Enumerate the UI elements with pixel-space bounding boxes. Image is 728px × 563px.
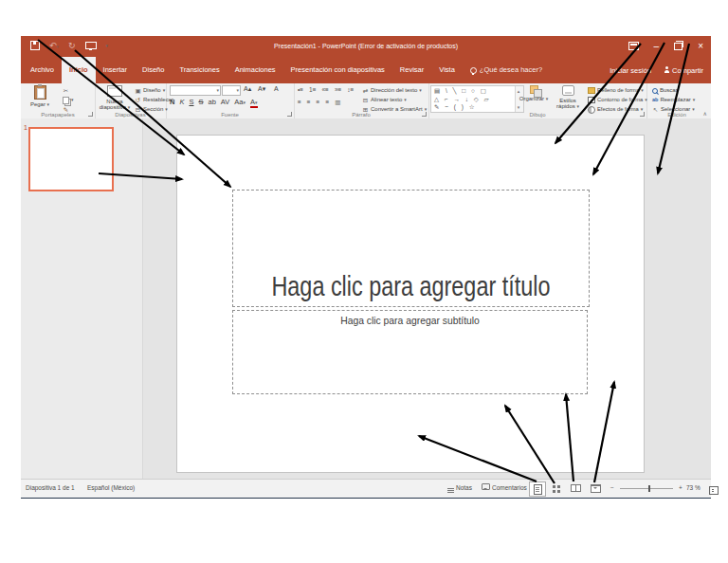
indent-icon[interactable]: »≡ xyxy=(335,86,341,93)
shapes-scroll-down-icon[interactable]: ▾ xyxy=(518,103,522,112)
font-size-combo[interactable] xyxy=(222,85,241,96)
tab-vista[interactable]: Vista xyxy=(431,57,463,83)
font-name-combo[interactable] xyxy=(170,85,221,96)
align-center-icon[interactable]: ≡ xyxy=(307,99,311,106)
start-slideshow-icon[interactable] xyxy=(85,42,97,49)
shapes-gallery[interactable]: ▤ \ ╲ □ ○ ▢ △ ⌐ → ↓ ◇ ▱ ✎ ~ ( ) ☆ ▴ ▾ xyxy=(430,85,524,113)
zoom-level[interactable]: 73 % xyxy=(686,480,701,497)
restore-button[interactable] xyxy=(674,43,682,50)
align-text-button[interactable]: ⊟Alinear texto▾ xyxy=(362,96,427,104)
line-spacing-icon[interactable]: ↕≡ xyxy=(347,86,354,93)
bullets-icon[interactable]: •≡ xyxy=(298,86,303,93)
slide-thumbnail-pane[interactable]: 1 xyxy=(21,118,143,479)
tell-me-box[interactable]: ¿Qué desea hacer? xyxy=(463,57,550,83)
language-indicator[interactable]: Español (México) xyxy=(87,480,135,497)
underline-button[interactable]: S xyxy=(189,98,193,106)
slide-thumbnail[interactable] xyxy=(28,127,114,191)
reset-icon: ↺ xyxy=(135,96,141,104)
customize-qat-icon[interactable]: ▾ xyxy=(106,43,109,48)
ribbon-display-options-icon[interactable] xyxy=(628,42,639,50)
numbering-icon[interactable]: 1≡ xyxy=(309,86,316,93)
shape-fill-icon xyxy=(588,87,595,94)
account-area: Iniciar sesión Compartir xyxy=(610,57,703,83)
copy-icon xyxy=(63,97,69,104)
tab-transiciones[interactable]: Transiciones xyxy=(172,57,227,83)
zoom-slider-thumb[interactable] xyxy=(648,485,650,492)
character-spacing-button[interactable]: AV xyxy=(221,98,229,106)
paragraph-row2: ≡ ≡ ≡ ≡ ▥ xyxy=(298,99,340,106)
arrange-icon xyxy=(530,85,538,94)
bold-button[interactable]: N xyxy=(170,98,174,106)
cut-button[interactable]: ✂ xyxy=(63,86,74,95)
grow-font-button[interactable]: A▴ xyxy=(244,85,251,93)
close-button[interactable]: × xyxy=(698,41,703,51)
group-label-parrafo: Párrafo xyxy=(294,112,428,118)
tab-diseno[interactable]: Diseño xyxy=(135,57,172,83)
reading-view-button[interactable] xyxy=(568,481,583,495)
dialog-launcher-dibujo[interactable] xyxy=(640,112,645,117)
new-slide-button[interactable]: Nueva diapositiva ▾ xyxy=(97,85,133,111)
group-label-fuente: Fuente xyxy=(166,112,294,118)
replace-button[interactable]: abReemplazar▾ xyxy=(652,96,695,104)
outdent-icon[interactable]: «≡ xyxy=(322,86,329,93)
copy-button[interactable]: ▾ xyxy=(63,96,74,104)
align-right-icon[interactable]: ≡ xyxy=(317,99,320,106)
group-diapositivas: Nueva diapositiva ▾ ▣Diseño▾ ↺Restablece… xyxy=(95,83,167,118)
shape-outline-button[interactable]: Contorno de forma▾ xyxy=(588,96,647,104)
fit-to-window-button[interactable] xyxy=(709,484,719,501)
minimize-button[interactable]: – xyxy=(654,41,660,51)
sign-in-link[interactable]: Iniciar sesión xyxy=(610,66,651,75)
tab-archivo[interactable]: Archivo xyxy=(23,57,62,83)
clear-formatting-button[interactable]: A xyxy=(274,85,279,92)
subtitle-placeholder[interactable]: Haga clic para agregar subtítulo xyxy=(232,310,588,394)
dialog-launcher-fuente[interactable] xyxy=(287,112,292,117)
title-placeholder-text: Haga clic para agregar título xyxy=(272,270,551,306)
notes-button[interactable]: Notas xyxy=(447,480,472,497)
slide-sorter-button[interactable] xyxy=(548,481,563,495)
tab-inicio[interactable]: Inicio xyxy=(62,57,96,83)
save-icon[interactable] xyxy=(30,41,40,50)
zoom-out-button[interactable]: − xyxy=(610,480,614,497)
comments-icon xyxy=(482,483,490,490)
align-left-icon[interactable]: ≡ xyxy=(298,99,301,106)
status-bar: Diapositiva 1 de 1 Español (México) Nota… xyxy=(21,479,711,498)
text-shadow-button[interactable]: ab xyxy=(208,98,215,106)
zoom-in-button[interactable]: + xyxy=(679,480,682,497)
tab-presentacion[interactable]: Presentación con diapositivas xyxy=(283,57,392,83)
shapes-row2: △ ⌐ → ↓ ◇ ▱ xyxy=(434,96,491,102)
find-button[interactable]: Buscar xyxy=(652,86,695,95)
tab-revisar[interactable]: Revisar xyxy=(392,57,431,83)
arrange-button[interactable]: Organizar ▾ xyxy=(518,85,550,101)
replace-icon: ab xyxy=(652,96,658,104)
slide-editing-canvas[interactable]: Haga clic para agregar título Haga clic … xyxy=(176,135,645,473)
undo-icon[interactable]: ↶▾ xyxy=(49,41,59,50)
tab-animaciones[interactable]: Animaciones xyxy=(228,57,283,83)
collapse-ribbon-icon[interactable]: ∧ xyxy=(703,110,707,117)
zoom-slider[interactable] xyxy=(620,488,673,489)
slide-counter[interactable]: Diapositiva 1 de 1 xyxy=(26,480,75,497)
fit-to-window-icon xyxy=(709,486,719,495)
justify-icon[interactable]: ≡ xyxy=(325,99,329,106)
group-portapapeles: Pegar ▾ ✂ ▾ ✎ Portapapeles xyxy=(21,83,96,118)
comments-button[interactable]: Comentarios xyxy=(482,480,527,497)
redo-icon[interactable]: ↻ xyxy=(68,41,76,50)
dialog-launcher-portapapeles[interactable] xyxy=(88,112,93,117)
subtitle-placeholder-text: Haga clic para agregar subtítulo xyxy=(340,311,480,326)
font-color-button[interactable]: A▾ xyxy=(250,99,258,108)
normal-view-button[interactable] xyxy=(529,481,546,497)
text-direction-button[interactable]: ⇄Dirección del texto▾ xyxy=(362,86,427,95)
quick-styles-button[interactable]: Estilos rápidos ▾ xyxy=(552,85,584,110)
strikethrough-button[interactable]: S xyxy=(198,98,203,106)
shrink-font-button[interactable]: A▾ xyxy=(258,85,265,93)
shape-fill-button[interactable]: Relleno de forma▾ xyxy=(588,86,647,95)
normal-view-icon xyxy=(534,484,542,495)
italic-button[interactable]: K xyxy=(179,98,184,106)
share-button[interactable]: Compartir xyxy=(664,66,703,75)
tab-insertar[interactable]: Insertar xyxy=(96,57,135,83)
columns-icon[interactable]: ▥ xyxy=(335,99,340,106)
change-case-button[interactable]: Aa▾ xyxy=(234,98,246,106)
slide-show-button[interactable] xyxy=(588,481,603,495)
paste-button[interactable]: Pegar ▾ xyxy=(25,85,55,107)
dialog-launcher-parrafo[interactable] xyxy=(422,112,427,117)
title-placeholder[interactable]: Haga clic para agregar título xyxy=(232,190,590,307)
